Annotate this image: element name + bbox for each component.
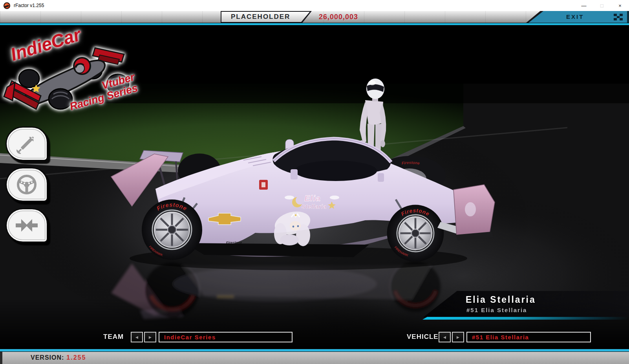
mirror-left bbox=[291, 169, 298, 179]
garage-button[interactable] bbox=[5, 208, 48, 243]
driver-name: Elia Stellaria bbox=[466, 294, 629, 305]
version-label: VERSION: bbox=[31, 354, 64, 361]
mirror-right bbox=[378, 173, 384, 182]
top-accent-line bbox=[0, 23, 629, 26]
team-label: TEAM bbox=[103, 333, 124, 341]
compare-arrows-icon bbox=[16, 214, 38, 236]
credits-value: 26,000,003 bbox=[319, 13, 358, 21]
window-titlebar: rFactor v1.255 — □ × bbox=[0, 0, 629, 11]
version-bar: VERSION:1.255 bbox=[0, 352, 629, 364]
vehicle-label: VEHICLE bbox=[407, 333, 439, 341]
window-title: rFactor v1.255 bbox=[14, 3, 44, 8]
controls-button[interactable] bbox=[5, 167, 48, 202]
team-field[interactable]: IndieCar Series bbox=[159, 332, 293, 342]
floor-tire-brand: Firestone bbox=[226, 241, 242, 245]
team-next-button[interactable]: ► bbox=[144, 332, 156, 342]
placeholder-tab-label: PLACEHOLDER bbox=[221, 13, 290, 21]
wrench-icon bbox=[16, 133, 38, 155]
driver-entry: #51 Elia Stellaria bbox=[466, 307, 629, 313]
game-top-bar: PLACEHOLDER 26,000,003 EXIT bbox=[0, 11, 629, 23]
exit-button[interactable]: EXIT bbox=[566, 13, 584, 20]
version-value: 1.255 bbox=[66, 354, 86, 361]
bottom-accent-line bbox=[0, 349, 629, 352]
setup-button[interactable] bbox=[5, 126, 48, 161]
top-bar-edge bbox=[627, 11, 629, 23]
maximize-button[interactable]: □ bbox=[593, 0, 611, 11]
svg-text:Firestone: Firestone bbox=[401, 160, 420, 165]
steering-wheel-icon bbox=[16, 174, 38, 196]
series-logo: IndieCar Vtuber Racing Series bbox=[0, 24, 141, 122]
vehicle-field[interactable]: #51 Elia Stellaria bbox=[466, 332, 591, 342]
rear-wheel bbox=[142, 199, 202, 260]
close-button[interactable]: × bbox=[611, 0, 629, 11]
rfactor-window: rFactor v1.255 — □ × PLACEHOLDER 26,000,… bbox=[0, 0, 629, 364]
livery-name-bottom: Stellaria bbox=[302, 203, 326, 210]
livery-name-top: Elia bbox=[304, 194, 320, 203]
minimize-button[interactable]: — bbox=[575, 0, 593, 11]
placeholder-tab[interactable]: PLACEHOLDER bbox=[221, 11, 312, 23]
cockpit-shadow bbox=[294, 161, 377, 181]
vehicle-next-button[interactable]: ► bbox=[452, 332, 464, 342]
driver-info-panel: Elia Stellaria #51 Elia Stellaria bbox=[423, 291, 629, 317]
far-tire-brand: Firestone bbox=[401, 160, 420, 165]
checkered-fullscreen-icon[interactable] bbox=[614, 14, 623, 20]
rfactor-app-icon bbox=[4, 2, 10, 9]
vehicle-prev-button[interactable]: ◄ bbox=[439, 332, 451, 342]
driver-panel-accent-line bbox=[422, 317, 629, 320]
team-prev-button[interactable]: ◄ bbox=[131, 332, 143, 342]
version-text: VERSION:1.255 bbox=[31, 354, 86, 361]
